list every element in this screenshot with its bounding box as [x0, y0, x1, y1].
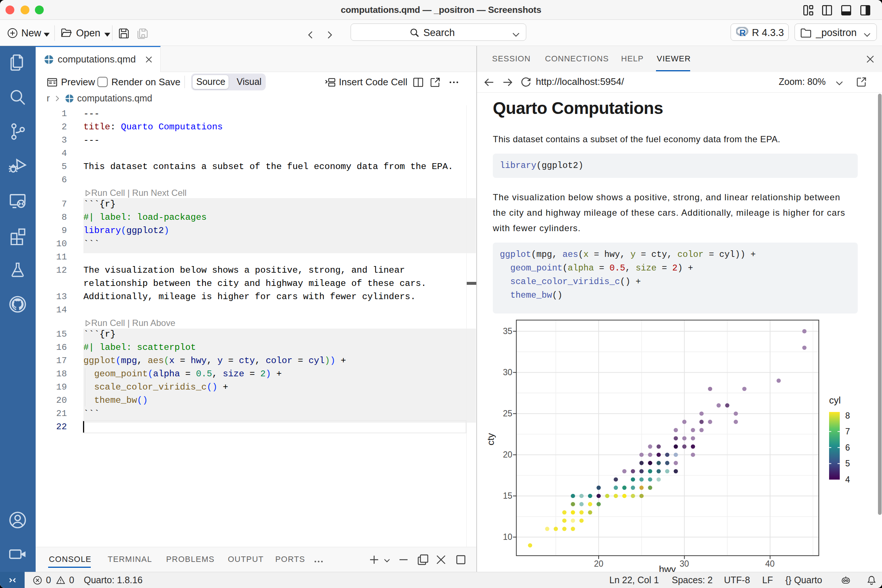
- svg-text:5: 5: [845, 459, 850, 468]
- svg-text:cty: cty: [485, 433, 496, 445]
- svg-text:4: 4: [845, 475, 850, 484]
- svg-text:cyl: cyl: [829, 395, 841, 406]
- svg-text:35: 35: [503, 326, 512, 336]
- svg-text:R: R: [740, 28, 746, 37]
- svg-text:8: 8: [845, 411, 850, 420]
- svg-text:10: 10: [503, 532, 512, 542]
- svg-text:20: 20: [503, 450, 512, 459]
- svg-text:30: 30: [680, 559, 689, 568]
- svg-text:15: 15: [503, 491, 512, 501]
- svg-text:40: 40: [765, 559, 775, 568]
- svg-text:30: 30: [503, 368, 512, 377]
- svg-text:6: 6: [845, 443, 850, 452]
- svg-text:7: 7: [845, 427, 850, 436]
- svg-text:20: 20: [594, 559, 603, 568]
- svg-text:hwy: hwy: [659, 564, 676, 572]
- svg-text:25: 25: [503, 409, 512, 418]
